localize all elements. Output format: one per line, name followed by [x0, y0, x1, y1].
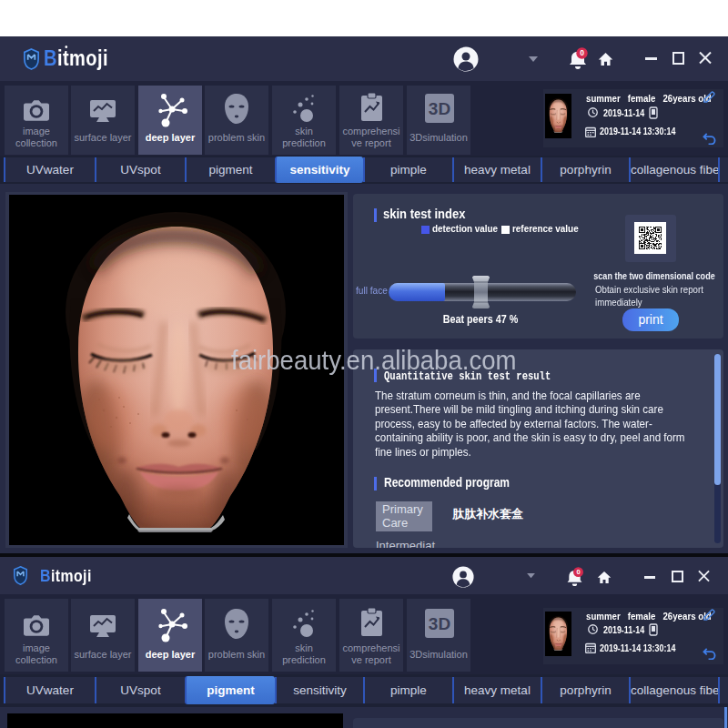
svg-text:3D: 3D: [429, 99, 450, 118]
svg-text:0: 0: [576, 568, 580, 576]
svg-text:0: 0: [580, 48, 584, 57]
svg-text:3D: 3D: [429, 614, 450, 633]
